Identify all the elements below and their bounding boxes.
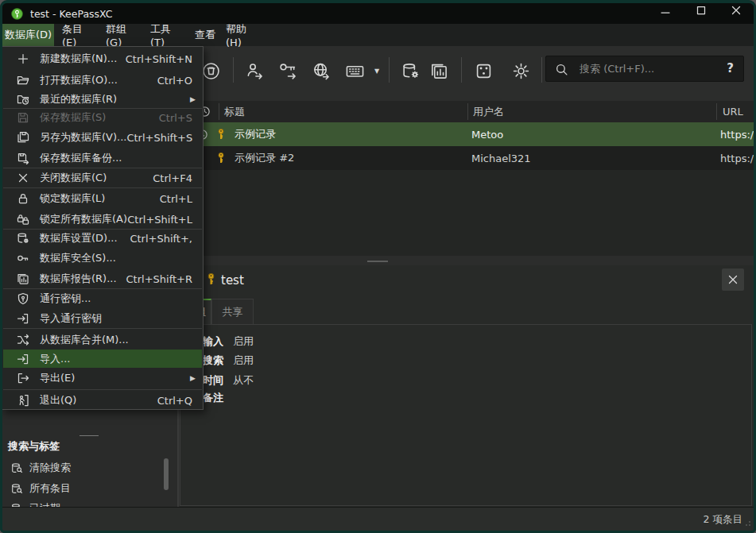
database-gear-icon bbox=[401, 62, 420, 80]
export-icon bbox=[17, 372, 29, 384]
minimize-button[interactable] bbox=[647, 0, 683, 21]
menu-item-passkeys[interactable]: 通行密钥... bbox=[3, 290, 202, 307]
database-reports-button[interactable] bbox=[427, 59, 451, 83]
close-icon bbox=[728, 275, 738, 284]
keepassxc-window: test - KeePassXC 数据库(D) 条目(E) 群组(G) 工具(T… bbox=[0, 0, 756, 533]
sidebar-section-title: 搜索与标签 bbox=[8, 439, 60, 454]
folder-open-icon bbox=[17, 74, 29, 87]
window-title: test - KeePassXC bbox=[30, 8, 112, 20]
menu-item-new-database[interactable]: 新建数据库(N)... Ctrl+Shift+N bbox=[3, 50, 202, 68]
maximize-button[interactable] bbox=[683, 0, 719, 21]
menu-item-import[interactable]: 导入... bbox=[3, 350, 202, 368]
entry-url: https:// bbox=[720, 146, 754, 170]
field-autotype: 自动输入 启用 bbox=[180, 333, 751, 350]
menu-bar: 数据库(D) 条目(E) 群组(G) 工具(T) 查看 帮助(H) bbox=[2, 24, 754, 46]
search-help-button[interactable]: ? bbox=[727, 61, 734, 75]
menu-item-merge-from-database[interactable]: 从数据库合并(M)... bbox=[3, 331, 202, 349]
import-icon bbox=[17, 353, 29, 365]
resize-grip[interactable] bbox=[743, 520, 751, 528]
password-generator-button[interactable] bbox=[471, 59, 495, 83]
menu-item-save-database-backup[interactable]: 保存数据库备份... bbox=[3, 149, 202, 167]
submenu-caret-icon: ▶ bbox=[190, 374, 196, 382]
menu-item-import-passkey[interactable]: 导入通行密钥 bbox=[3, 310, 202, 327]
database-dropdown-menu: 新建数据库(N)... Ctrl+Shift+N 打开数据库(O)... Ctr… bbox=[2, 46, 204, 410]
menu-groups[interactable]: 群组(G) bbox=[106, 24, 141, 46]
menu-item-database-security[interactable]: 数据库安全(S)... bbox=[3, 249, 202, 267]
sidebar-item-all-entries[interactable]: 所有条目 bbox=[2, 480, 177, 497]
menu-help[interactable]: 帮助(H) bbox=[226, 24, 261, 46]
column-url[interactable]: URL bbox=[723, 101, 743, 122]
menu-item-lock-database[interactable]: 锁定数据库(L) Ctrl+L bbox=[3, 190, 202, 207]
sidebar-scrollbar[interactable] bbox=[164, 458, 169, 490]
minimize-icon bbox=[661, 6, 670, 15]
passkey-shield-icon bbox=[17, 292, 29, 305]
database-gear-icon bbox=[17, 232, 29, 245]
sidebar-item-clear-search[interactable]: 清除搜索 bbox=[2, 459, 177, 477]
menu-item-quit[interactable]: 退出(Q) Ctrl+Q bbox=[3, 392, 202, 409]
menu-item-recent-databases[interactable]: 最近的数据库(R) ▶ bbox=[3, 91, 202, 108]
copy-password-button[interactable] bbox=[276, 59, 300, 83]
column-username[interactable]: 用户名 bbox=[473, 101, 504, 122]
menu-item-export[interactable]: 导出(E) ▶ bbox=[3, 369, 202, 387]
save-as-icon bbox=[17, 131, 29, 144]
close-icon bbox=[17, 172, 29, 184]
table-header: 标题 用户名 URL bbox=[180, 101, 754, 123]
menu-database[interactable]: 数据库(D) bbox=[2, 24, 54, 46]
database-search-icon bbox=[11, 462, 23, 474]
settings-button[interactable] bbox=[509, 59, 533, 83]
autotype-button[interactable] bbox=[343, 59, 366, 83]
entry-title: 示例记录 #2 bbox=[235, 146, 294, 170]
close-icon bbox=[731, 6, 741, 15]
copy-username-button[interactable] bbox=[242, 59, 266, 83]
submenu-caret-icon: ▶ bbox=[190, 95, 196, 103]
menu-item-save-database-as[interactable]: 另存为数据库(V)... Ctrl+Shift+S bbox=[3, 129, 202, 146]
preview-group-title: test bbox=[221, 273, 244, 288]
keyboard-icon bbox=[346, 62, 364, 80]
preview-body: 自动输入 启用 搜索 启用 过期时间 从不 备注 bbox=[180, 324, 752, 506]
preview-close-button[interactable] bbox=[722, 268, 744, 291]
title-bar: test - KeePassXC bbox=[2, 3, 754, 24]
trash-circle-icon bbox=[202, 62, 220, 80]
horizontal-splitter-handle[interactable] bbox=[367, 261, 388, 262]
database-settings-button[interactable] bbox=[398, 59, 422, 83]
close-button[interactable] bbox=[718, 0, 754, 21]
save-backup-icon bbox=[17, 152, 29, 164]
lock-all-icon bbox=[17, 213, 29, 226]
folder-clock-icon bbox=[17, 93, 29, 106]
save-icon bbox=[17, 111, 29, 124]
menu-item-database-reports[interactable]: 数据库报告(R)... Ctrl+Shift+R bbox=[3, 270, 202, 288]
report-icon bbox=[430, 62, 448, 80]
entry-icon bbox=[215, 146, 227, 170]
autotype-dropdown-caret[interactable]: ▼ bbox=[369, 59, 385, 83]
copy-url-button[interactable] bbox=[309, 59, 333, 83]
dice-icon bbox=[475, 62, 493, 80]
gear-icon bbox=[512, 62, 530, 80]
menu-item-save-database: 保存数据库(S) Ctrl+S bbox=[3, 109, 202, 126]
table-row[interactable]: 示例记录 Metoo https:// bbox=[180, 122, 754, 146]
table-row[interactable]: 示例记录 #2 Michael321 https:// bbox=[180, 146, 754, 170]
person-arrow-icon bbox=[246, 62, 264, 80]
menu-item-close-database[interactable]: 关闭数据库(C) Ctrl+F4 bbox=[3, 169, 202, 187]
amber-key-icon bbox=[204, 272, 218, 286]
entry-table: 标题 用户名 URL 示例记录 Metoo https:// 示例记录 #2 M… bbox=[180, 101, 754, 256]
menu-tools[interactable]: 工具(T) bbox=[150, 24, 184, 46]
exit-icon bbox=[17, 394, 29, 407]
field-expiration: 过期时间 从不 bbox=[180, 372, 751, 388]
menu-view[interactable]: 查看 bbox=[192, 24, 219, 46]
menu-item-open-database[interactable]: 打开数据库(O)... Ctrl+O bbox=[3, 71, 202, 89]
menu-item-lock-all-databases[interactable]: 锁定所有数据库(A) Ctrl+Shift+L bbox=[3, 210, 202, 228]
import-icon bbox=[17, 312, 29, 325]
tab-share[interactable]: 共享 bbox=[211, 299, 254, 324]
keepassxc-logo-icon bbox=[11, 8, 23, 20]
menu-item-database-settings[interactable]: 数据库设置(D)... Ctrl+Shift+, bbox=[3, 230, 202, 247]
field-search: 搜索 启用 bbox=[180, 352, 751, 369]
report-icon bbox=[17, 272, 29, 285]
amber-key-icon bbox=[215, 152, 227, 164]
search-input[interactable] bbox=[546, 56, 743, 81]
lock-icon bbox=[17, 192, 29, 205]
key-arrow-icon bbox=[279, 62, 297, 80]
entry-url: https:// bbox=[720, 122, 754, 146]
sidebar-splitter-handle[interactable] bbox=[79, 435, 99, 436]
column-title[interactable]: 标题 bbox=[224, 101, 245, 122]
menu-entries[interactable]: 条目(E) bbox=[62, 24, 97, 46]
